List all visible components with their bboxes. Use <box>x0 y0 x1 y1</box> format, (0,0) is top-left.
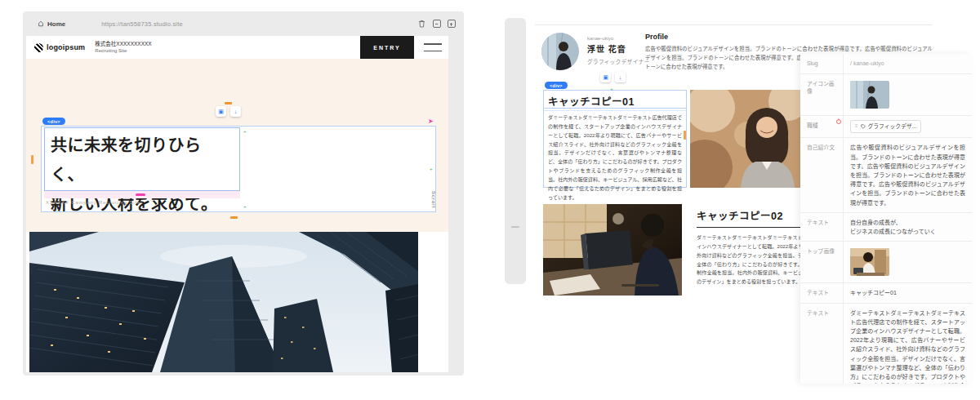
layout-control-button[interactable]: ▣ <box>216 106 226 117</box>
site-url[interactable]: https://tan558735.studio.site <box>101 20 183 28</box>
hero-heading-text: 共に未来を切りひらく、 新しい人材を求めて。 <box>51 131 234 219</box>
preview-browser-bar: Home https://tan558735.studio.site <box>23 11 464 36</box>
resize-handle[interactable] <box>511 226 519 228</box>
site-type-label: Recruiting Site <box>95 47 151 54</box>
slug-value[interactable]: / kanae-ukiyo <box>843 54 972 73</box>
field-row-slug: Slug / kanae-ukiyo <box>800 54 972 74</box>
field-label: Slug <box>800 54 843 73</box>
studio-editor-screen: Home https://tan558735.studio.site logoi… <box>0 0 980 400</box>
job-tag-label: グラフィックデザ... <box>868 122 917 131</box>
add-element-mark: + <box>243 204 247 209</box>
profile-slug-small: kanae-ukiyo <box>587 36 650 41</box>
logoipsum-icon <box>34 43 43 52</box>
home-icon <box>38 20 44 27</box>
catch01-heading-box[interactable]: キャッチコピー01 <box>544 91 686 109</box>
add-element-mark: + <box>430 167 433 171</box>
field-label: テキスト <box>800 283 843 303</box>
panel-resize-gutter[interactable] <box>505 18 526 284</box>
align-control-button[interactable]: ↓ <box>615 72 626 82</box>
profile-role: グラフィックデザイナー <box>587 57 650 65</box>
profile-name: 浮世 花音 <box>587 42 650 55</box>
align-control-button[interactable]: ↓ <box>230 106 241 117</box>
tag-icon <box>861 124 866 129</box>
hero-subtext-row-highlight <box>44 191 240 198</box>
add-element-mark: + <box>610 87 613 91</box>
hamburger-menu-icon[interactable] <box>424 43 442 51</box>
hero-section: ▣ ↓ <div> ➤ 共に未来を切りひらく、 新しい人材を求めて。 XXXXX… <box>26 59 448 232</box>
scroll-indicator-label: Scroll <box>431 191 436 208</box>
add-page-icon[interactable] <box>447 20 456 29</box>
field-label: テキスト <box>800 304 843 384</box>
company-name: 株式会社XXXXXXXXXX <box>95 41 151 48</box>
add-element-mark: + <box>243 129 247 134</box>
div-tag-badge[interactable]: <div> <box>545 82 568 89</box>
field-row-top-image: トップ画像 <box>800 242 972 283</box>
site-page-preview: logoipsum 株式会社XXXXXXXXXX Recruiting Site… <box>26 36 448 372</box>
editor-canvas-panel: Home https://tan558735.studio.site logoi… <box>23 11 464 376</box>
top-image-thumbnail[interactable] <box>850 248 889 276</box>
city-buildings-photo[interactable] <box>29 232 418 372</box>
text-value[interactable]: ダミーテキストダミーテキストダミーテキスト広告代理店での制作を経て、スタートアッ… <box>843 304 972 384</box>
tab-home[interactable]: Home <box>31 17 72 31</box>
site-logo[interactable]: logoipsum <box>34 43 85 52</box>
margin-indicator <box>31 155 33 164</box>
smiling-woman-photo[interactable] <box>690 90 804 188</box>
avatar[interactable] <box>541 33 579 70</box>
catch02-heading: キャッチコピー02 <box>697 207 807 223</box>
field-row-text-2: テキスト キャッチコピー01 <box>800 283 972 304</box>
duplicate-page-icon[interactable] <box>432 20 441 29</box>
icon-image-thumbnail[interactable] <box>850 81 889 109</box>
site-header: logoipsum 株式会社XXXXXXXXXX Recruiting Site… <box>26 36 448 59</box>
catch01-heading: キャッチコピー01 <box>548 93 682 109</box>
spacing-indicator <box>225 102 232 104</box>
spacing-indicator <box>230 216 238 219</box>
hero-subtext: XXXXXX Campany Recruiting Site. <box>46 200 143 205</box>
layout-control-button[interactable]: ▣ <box>600 72 611 82</box>
catch01-selection-box[interactable]: キャッチコピー01 ダミーテキストダミーテキストダミーテキスト広告代理店での制作… <box>543 90 687 188</box>
div-tag-badge[interactable]: <div> <box>42 118 65 125</box>
field-label: トップ画像 <box>800 242 843 282</box>
man-laptop-photo[interactable] <box>543 204 682 296</box>
required-badge-icon: ! <box>836 119 841 124</box>
field-row-text-1: テキスト 自分自身の成長が、 ビジネスの成長につながっていく <box>800 213 972 242</box>
trash-icon[interactable] <box>417 20 426 29</box>
field-row-text-3: テキスト ダミーテキストダミーテキストダミーテキスト広告代理店での制作を経て、ス… <box>800 304 972 384</box>
logo-text: logoipsum <box>47 43 85 51</box>
field-label: アイコン画像 <box>800 74 843 115</box>
margin-indicator <box>684 131 686 140</box>
field-row-intro: 自己紹介文 広告や販促資料のビジュアルデザインを担当。ブランドのトーンに合わせた… <box>800 138 972 212</box>
field-label: 自己紹介文 <box>800 138 843 211</box>
flow-arrow-icon: ➤ <box>428 118 434 125</box>
field-label: テキスト <box>800 213 843 241</box>
divider <box>535 24 933 25</box>
intro-text-value[interactable]: 広告や販促資料のビジュアルデザインを担当。ブランドのトーンに合わせた表現が得意で… <box>843 138 972 211</box>
cms-fields-panel: Slug / kanae-ukiyo アイコン画像 <box>800 54 972 384</box>
text-value[interactable]: キャッチコピー01 <box>843 283 972 303</box>
field-row-job: 職種 ! ≡ グラフィックデザ... <box>800 116 972 139</box>
text-value[interactable]: 自分自身の成長が、 ビジネスの成長につながっていく <box>843 213 972 241</box>
entry-button[interactable]: ENTRY <box>360 36 414 59</box>
field-row-icon-image: アイコン画像 <box>800 74 972 116</box>
hero-heading-box[interactable]: 共に未来を切りひらく、 新しい人材を求めて。 <box>44 127 240 191</box>
tab-home-label: Home <box>47 20 65 28</box>
drag-handle-icon: ≡ <box>855 122 858 131</box>
catch01-body-box[interactable]: ダミーテキストダミーテキストダミーテキスト広告代理店での制作を経て、スタートアッ… <box>544 110 686 187</box>
job-tag-chip[interactable]: ≡ グラフィックデザ... <box>850 120 921 134</box>
profile-heading: Profile <box>645 33 933 41</box>
catch01-body: ダミーテキストダミーテキストダミーテキスト広告代理店での制作を経て、スタートアッ… <box>548 113 682 202</box>
field-label: 職種 ! <box>800 116 843 138</box>
